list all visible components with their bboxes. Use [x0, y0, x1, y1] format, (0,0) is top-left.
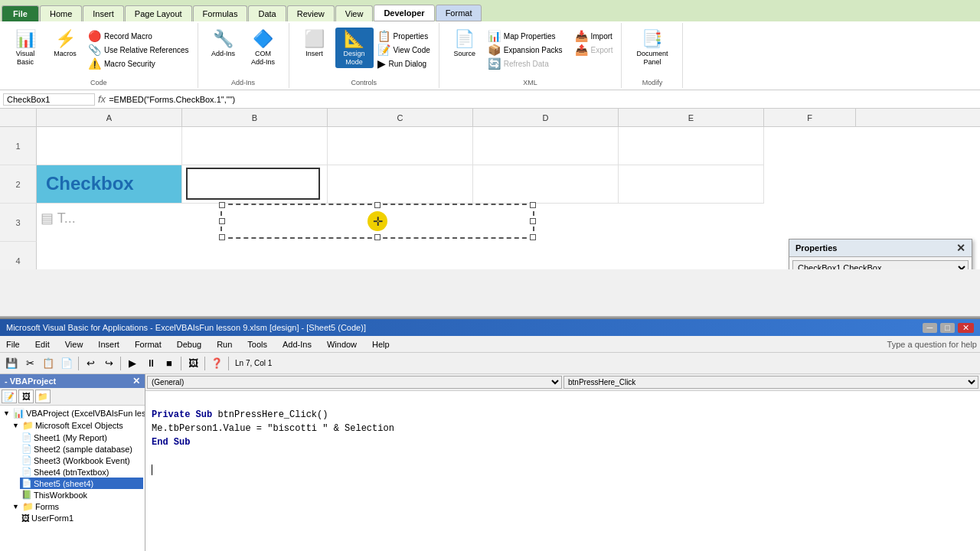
toolbar-redo[interactable]: ↪ — [100, 355, 117, 372]
code-proc-dropdown[interactable]: btnPressHere_Click — [564, 376, 978, 389]
com-add-ins-button[interactable]: 🔷 COMAdd-Ins — [244, 28, 283, 68]
expansion-packs-button[interactable]: 📦 Expansion Packs — [485, 43, 565, 57]
add-ins-button[interactable]: 🔧 Add-Ins — [204, 28, 243, 60]
vba-close-button[interactable]: ✕ — [958, 323, 974, 333]
toolbar-userform[interactable]: 🖼 — [185, 355, 201, 372]
vba-help-text[interactable]: Type a question for help — [887, 340, 977, 349]
code-line-6 — [152, 463, 974, 477]
map-properties-button[interactable]: 📊 Map Properties — [485, 29, 565, 43]
tab-format[interactable]: Format — [436, 5, 482, 21]
tab-developer[interactable]: Developer — [374, 5, 434, 21]
use-relative-button[interactable]: 📎 Use Relative References — [86, 43, 191, 57]
refresh-data-button[interactable]: 🔄 Refresh Data — [485, 57, 565, 70]
macro-security-button[interactable]: ⚠️ Macro Security — [86, 57, 191, 70]
tree-sheet1[interactable]: 📄 Sheet1 (My Report) — [20, 432, 143, 443]
toolbar-paste[interactable]: 📄 — [58, 355, 75, 372]
tab-page-layout[interactable]: Page Layout — [125, 5, 192, 21]
visual-basic-button[interactable]: 📊 VisualBasic — [6, 28, 44, 68]
run-dialog-button[interactable]: ▶ Run Dialog — [375, 57, 433, 70]
cell-d2[interactable] — [473, 165, 619, 204]
toolbar-run[interactable]: ▶ — [124, 355, 141, 372]
handle-bc[interactable] — [374, 234, 381, 240]
handle-ml[interactable] — [219, 218, 225, 224]
proj-view-object[interactable]: 🖼 — [18, 390, 34, 403]
vba-menu-run[interactable]: Run — [214, 339, 235, 350]
handle-mr[interactable] — [530, 218, 536, 224]
vba-menu-view[interactable]: View — [62, 339, 87, 350]
insert-control-button[interactable]: ⬜ Insert — [296, 28, 334, 68]
cell-d1[interactable] — [473, 127, 619, 165]
code-area[interactable]: Private Sub btnPressHere_Click() Me.tbPe… — [145, 391, 980, 551]
source-label: Source — [454, 50, 476, 58]
properties-button[interactable]: 📋 Properties — [375, 29, 433, 43]
cell-e2[interactable] — [619, 165, 764, 204]
document-panel-button[interactable]: 📑 DocumentPanel — [633, 28, 671, 68]
tree-forms-folder[interactable]: ▼ 📁 Forms — [11, 500, 143, 513]
tree-sheet3[interactable]: 📄 Sheet3 (Workbook Event) — [20, 455, 143, 466]
cell-c1[interactable] — [328, 127, 473, 165]
vba-menu-help[interactable]: Help — [369, 339, 393, 350]
tree-sheet4[interactable]: 📄 Sheet4 (btnTextbox) — [20, 466, 143, 478]
cell-a1[interactable] — [37, 127, 182, 165]
tree-sheet5[interactable]: 📄 Sheet5 (sheet4) — [20, 478, 143, 489]
vba-menu-format[interactable]: Format — [132, 339, 165, 350]
properties-close-button[interactable]: ✕ — [956, 242, 965, 254]
vba-menu-tools[interactable]: Tools — [244, 339, 270, 350]
proj-view-code[interactable]: 📝 — [2, 390, 17, 403]
handle-tr[interactable] — [530, 202, 536, 208]
tree-root[interactable]: ▼ 📊 VBAProject (ExcelVBAIsFun lesson 9.x… — [2, 407, 143, 419]
project-close-button[interactable]: ✕ — [132, 376, 140, 386]
name-box[interactable] — [3, 93, 95, 106]
tree-sheet2[interactable]: 📄 Sheet2 (sample database) — [20, 443, 143, 455]
handle-bl[interactable] — [219, 234, 225, 240]
tree-excel-objects-item[interactable]: ▼ 📁 Microsoft Excel Objects — [11, 419, 143, 432]
vba-menu-edit[interactable]: Edit — [32, 339, 53, 350]
toolbar-undo[interactable]: ↩ — [82, 355, 99, 372]
tab-view[interactable]: View — [335, 5, 374, 21]
vba-menu-insert[interactable]: Insert — [95, 339, 122, 350]
cell-c2[interactable] — [328, 165, 473, 204]
tab-review[interactable]: Review — [287, 5, 335, 21]
toolbar-cut[interactable]: ✂ — [21, 355, 38, 372]
export-button[interactable]: 📤 Export — [573, 43, 616, 57]
toolbar-help[interactable]: ❓ — [208, 355, 225, 372]
vba-menu-file[interactable]: File — [3, 339, 23, 350]
handle-br[interactable] — [530, 234, 536, 240]
record-macro-button[interactable]: 🔴 Record Macro — [86, 29, 191, 43]
formula-input[interactable] — [109, 95, 977, 104]
view-code-button[interactable]: 📝 View Code — [375, 43, 433, 57]
proj-toggle-folders[interactable]: 📁 — [35, 390, 51, 403]
cell-b2[interactable] — [182, 165, 328, 204]
handle-tl[interactable] — [219, 202, 225, 208]
code-object-dropdown[interactable]: (General) — [147, 376, 562, 389]
handle-tc[interactable] — [374, 202, 381, 208]
tab-formulas[interactable]: Formulas — [193, 5, 248, 21]
design-mode-button[interactable]: 📐 DesignMode — [335, 28, 374, 68]
source-button[interactable]: 📄 Source — [446, 28, 484, 60]
import-button[interactable]: 📥 Import — [573, 29, 616, 43]
tab-data[interactable]: Data — [248, 5, 286, 21]
vba-menu-debug[interactable]: Debug — [174, 339, 204, 350]
tab-file[interactable]: File — [2, 5, 39, 21]
toolbar-break[interactable]: ⏸ — [142, 355, 159, 372]
tab-insert[interactable]: Insert — [83, 5, 124, 21]
vba-menu-addins[interactable]: Add-Ins — [279, 339, 315, 350]
cell-a2[interactable]: Checkbox — [37, 165, 182, 204]
properties-object-dropdown[interactable]: CheckBox1 CheckBox — [792, 260, 969, 269]
vba-maximize-button[interactable]: □ — [940, 323, 955, 333]
toolbar-status: Ln 7, Col 1 — [235, 359, 272, 367]
tree-excel-icon: 📁 — [22, 420, 34, 431]
tree-thisworkbook[interactable]: 📗 ThisWorkbook — [20, 489, 143, 500]
toolbar-save[interactable]: 💾 — [3, 355, 20, 372]
row-num-1: 1 — [0, 127, 37, 165]
toolbar-reset[interactable]: ■ — [161, 355, 178, 372]
macros-button[interactable]: ⚡ Macros — [46, 28, 84, 68]
vba-minimize-button[interactable]: ─ — [923, 323, 938, 333]
tab-home[interactable]: Home — [40, 5, 82, 21]
cell-row3-area: ✛ ▤ T... — [37, 204, 519, 242]
tree-userform1[interactable]: 🖼 UserForm1 — [20, 513, 143, 523]
cell-e1[interactable] — [619, 127, 764, 165]
vba-menu-window[interactable]: Window — [324, 339, 360, 350]
cell-b1[interactable] — [182, 127, 328, 165]
toolbar-copy[interactable]: 📋 — [40, 355, 57, 372]
